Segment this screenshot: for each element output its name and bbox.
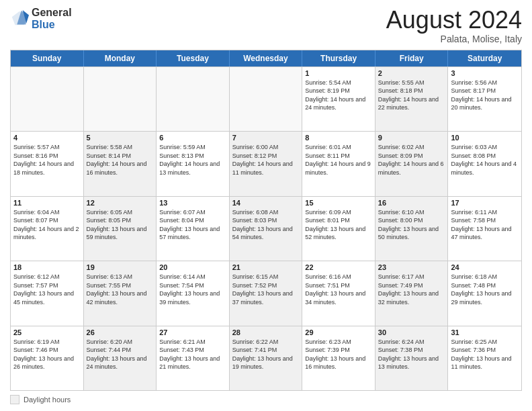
day-number: 30 [378, 328, 445, 336]
subtitle: Palata, Molise, Italy [386, 34, 522, 44]
day-info: Sunrise: 6:23 AM Sunset: 7:39 PM Dayligh… [305, 338, 372, 371]
day-number: 17 [451, 199, 519, 207]
calendar-body: 1Sunrise: 5:54 AM Sunset: 8:19 PM Daylig… [11, 66, 521, 390]
calendar-header: SundayMondayTuesdayWednesdayThursdayFrid… [11, 50, 521, 66]
day-info: Sunrise: 6:00 AM Sunset: 8:12 PM Dayligh… [232, 143, 300, 177]
day-info: Sunrise: 6:16 AM Sunset: 7:51 PM Dayligh… [305, 273, 372, 306]
day-number: 28 [232, 328, 300, 336]
calendar-cell: 18Sunrise: 6:12 AM Sunset: 7:57 PM Dayli… [11, 261, 84, 325]
day-info: Sunrise: 6:03 AM Sunset: 8:08 PM Dayligh… [451, 143, 519, 177]
header-cell-tuesday: Tuesday [157, 50, 230, 66]
calendar-cell: 10Sunrise: 6:03 AM Sunset: 8:08 PM Dayli… [448, 132, 521, 195]
day-info: Sunrise: 6:08 AM Sunset: 8:03 PM Dayligh… [232, 208, 300, 242]
calendar-cell: 21Sunrise: 6:15 AM Sunset: 7:52 PM Dayli… [230, 261, 303, 325]
day-number: 26 [87, 328, 154, 336]
day-info: Sunrise: 5:58 AM Sunset: 8:14 PM Dayligh… [87, 143, 154, 177]
calendar-cell: 6Sunrise: 5:59 AM Sunset: 8:13 PM Daylig… [157, 132, 230, 195]
day-number: 14 [232, 199, 300, 207]
calendar-cell: 27Sunrise: 6:21 AM Sunset: 7:43 PM Dayli… [157, 326, 230, 390]
day-number: 24 [451, 263, 519, 271]
calendar-cell: 30Sunrise: 6:24 AM Sunset: 7:38 PM Dayli… [375, 326, 449, 390]
day-number: 4 [13, 134, 81, 142]
calendar-cell: 7Sunrise: 6:00 AM Sunset: 8:12 PM Daylig… [230, 132, 303, 195]
calendar-cell: 3Sunrise: 5:56 AM Sunset: 8:17 PM Daylig… [448, 67, 521, 131]
logo-icon [10, 9, 29, 28]
calendar-cell: 16Sunrise: 6:10 AM Sunset: 8:00 PM Dayli… [375, 197, 449, 261]
day-number: 6 [159, 134, 226, 142]
day-info: Sunrise: 6:09 AM Sunset: 8:01 PM Dayligh… [305, 208, 372, 242]
calendar-cell: 24Sunrise: 6:18 AM Sunset: 7:48 PM Dayli… [448, 261, 521, 325]
header-cell-saturday: Saturday [448, 50, 521, 66]
day-number: 11 [13, 199, 81, 207]
day-number: 2 [378, 69, 445, 77]
footer: Daylight hours [10, 395, 522, 404]
calendar-cell: 22Sunrise: 6:16 AM Sunset: 7:51 PM Dayli… [302, 261, 375, 325]
day-number: 1 [305, 69, 372, 77]
day-info: Sunrise: 6:01 AM Sunset: 8:11 PM Dayligh… [305, 143, 372, 177]
calendar-row: 18Sunrise: 6:12 AM Sunset: 7:57 PM Dayli… [11, 261, 521, 325]
day-number: 13 [159, 199, 226, 207]
header-cell-monday: Monday [84, 50, 157, 66]
daylight-legend-box [10, 395, 19, 404]
calendar-cell: 20Sunrise: 6:14 AM Sunset: 7:54 PM Dayli… [157, 261, 230, 325]
logo-general: General [32, 7, 72, 19]
calendar-row: 4Sunrise: 5:57 AM Sunset: 8:16 PM Daylig… [11, 131, 521, 195]
calendar-cell: 12Sunrise: 6:05 AM Sunset: 8:05 PM Dayli… [84, 197, 157, 261]
title-block: August 2024 Palata, Molise, Italy [386, 7, 522, 44]
day-number: 29 [305, 328, 372, 336]
day-number: 8 [305, 134, 372, 142]
day-info: Sunrise: 5:57 AM Sunset: 8:16 PM Dayligh… [13, 143, 81, 177]
logo-text: General Blue [32, 7, 72, 30]
day-info: Sunrise: 6:04 AM Sunset: 8:07 PM Dayligh… [13, 208, 81, 242]
day-number: 15 [305, 199, 372, 207]
day-info: Sunrise: 6:17 AM Sunset: 7:49 PM Dayligh… [378, 273, 445, 306]
day-number: 31 [451, 328, 519, 336]
day-info: Sunrise: 6:15 AM Sunset: 7:52 PM Dayligh… [232, 273, 300, 306]
calendar-cell: 15Sunrise: 6:09 AM Sunset: 8:01 PM Dayli… [302, 197, 375, 261]
day-info: Sunrise: 6:21 AM Sunset: 7:43 PM Dayligh… [159, 338, 226, 371]
day-number: 5 [87, 134, 154, 142]
calendar-cell: 9Sunrise: 6:02 AM Sunset: 8:09 PM Daylig… [375, 132, 449, 195]
day-number: 18 [13, 263, 81, 271]
day-info: Sunrise: 6:14 AM Sunset: 7:54 PM Dayligh… [159, 273, 226, 306]
day-info: Sunrise: 6:22 AM Sunset: 7:41 PM Dayligh… [232, 338, 300, 371]
footer-label: Daylight hours [24, 396, 71, 404]
calendar-cell: 28Sunrise: 6:22 AM Sunset: 7:41 PM Dayli… [230, 326, 303, 390]
calendar-cell [11, 67, 84, 131]
day-number: 10 [451, 134, 519, 142]
day-info: Sunrise: 6:13 AM Sunset: 7:55 PM Dayligh… [87, 273, 154, 306]
day-info: Sunrise: 6:05 AM Sunset: 8:05 PM Dayligh… [87, 208, 154, 242]
day-info: Sunrise: 6:18 AM Sunset: 7:48 PM Dayligh… [451, 273, 519, 306]
calendar-cell: 4Sunrise: 5:57 AM Sunset: 8:16 PM Daylig… [11, 132, 84, 195]
calendar-cell: 25Sunrise: 6:19 AM Sunset: 7:46 PM Dayli… [11, 326, 84, 390]
day-number: 21 [232, 263, 300, 271]
day-info: Sunrise: 5:59 AM Sunset: 8:13 PM Dayligh… [159, 143, 226, 177]
calendar-cell: 14Sunrise: 6:08 AM Sunset: 8:03 PM Dayli… [230, 197, 303, 261]
calendar-cell: 1Sunrise: 5:54 AM Sunset: 8:19 PM Daylig… [302, 67, 375, 131]
day-number: 12 [87, 199, 154, 207]
day-number: 19 [87, 263, 154, 271]
logo: General Blue [10, 7, 72, 30]
calendar-cell: 29Sunrise: 6:23 AM Sunset: 7:39 PM Dayli… [302, 326, 375, 390]
calendar-cell: 5Sunrise: 5:58 AM Sunset: 8:14 PM Daylig… [84, 132, 157, 195]
day-number: 16 [378, 199, 445, 207]
day-number: 27 [159, 328, 226, 336]
calendar-row: 1Sunrise: 5:54 AM Sunset: 8:19 PM Daylig… [11, 66, 521, 131]
day-info: Sunrise: 6:11 AM Sunset: 7:58 PM Dayligh… [451, 208, 519, 242]
day-info: Sunrise: 6:19 AM Sunset: 7:46 PM Dayligh… [13, 338, 81, 371]
day-number: 20 [159, 263, 226, 271]
day-number: 23 [378, 263, 445, 271]
calendar-cell: 2Sunrise: 5:55 AM Sunset: 8:18 PM Daylig… [375, 67, 449, 131]
calendar-cell: 26Sunrise: 6:20 AM Sunset: 7:44 PM Dayli… [84, 326, 157, 390]
header-cell-thursday: Thursday [302, 50, 375, 66]
calendar-cell: 17Sunrise: 6:11 AM Sunset: 7:58 PM Dayli… [448, 197, 521, 261]
day-number: 22 [305, 263, 372, 271]
day-number: 3 [451, 69, 519, 77]
calendar-cell: 19Sunrise: 6:13 AM Sunset: 7:55 PM Dayli… [84, 261, 157, 325]
logo-blue: Blue [32, 19, 72, 31]
calendar-row: 11Sunrise: 6:04 AM Sunset: 8:07 PM Dayli… [11, 196, 521, 261]
calendar-cell: 8Sunrise: 6:01 AM Sunset: 8:11 PM Daylig… [302, 132, 375, 195]
calendar-cell: 13Sunrise: 6:07 AM Sunset: 8:04 PM Dayli… [157, 197, 230, 261]
calendar-cell: 11Sunrise: 6:04 AM Sunset: 8:07 PM Dayli… [11, 197, 84, 261]
header-cell-wednesday: Wednesday [230, 50, 303, 66]
